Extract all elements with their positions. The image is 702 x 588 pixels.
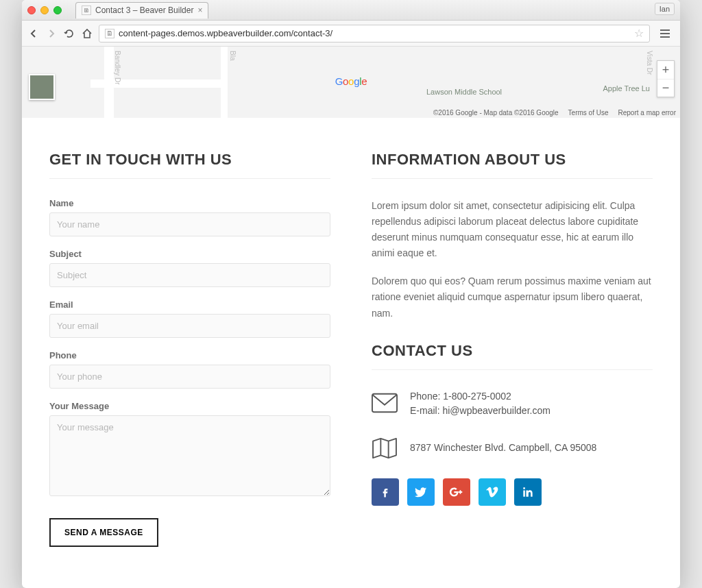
- about-paragraph: Dolorem quo qui eos? Quam rerum possimus…: [372, 273, 653, 321]
- road-label: Vista Dr: [646, 51, 653, 75]
- email-field: Email: [49, 299, 330, 338]
- streetview-thumbnail[interactable]: [29, 74, 55, 100]
- name-field: Name: [49, 198, 330, 236]
- browser-tab[interactable]: 🗎 Contact 3 – Beaver Builder ×: [75, 2, 208, 19]
- phone-input[interactable]: [49, 365, 330, 389]
- road-label: Bla: [229, 51, 237, 60]
- email-input[interactable]: [49, 314, 330, 338]
- google-logo: Google: [335, 75, 367, 87]
- phone-label: Phone: [49, 350, 330, 360]
- subject-field: Subject: [49, 249, 330, 287]
- contact-heading: CONTACT US: [372, 342, 653, 370]
- back-button[interactable]: [27, 27, 40, 40]
- email-label: Email: [49, 299, 330, 310]
- close-tab-icon[interactable]: ×: [197, 5, 202, 15]
- about-heading: INFORMATION ABOUT US: [372, 151, 653, 179]
- name-label: Name: [49, 198, 330, 208]
- map-widget[interactable]: Bandley Dr Bla Vista Dr Google Lawson Mi…: [22, 47, 680, 118]
- google-plus-link[interactable]: [443, 478, 470, 506]
- map-report-link[interactable]: Report a map error: [618, 109, 676, 117]
- map-copyright: ©2016 Google - Map data ©2016 Google: [433, 109, 559, 117]
- traffic-lights: [27, 6, 62, 14]
- page-content: GET IN TOUCH WITH US Name Subject Email …: [22, 118, 680, 588]
- address-bar[interactable]: 🗎 content-pages.demos.wpbeaverbuilder.co…: [99, 25, 650, 42]
- reload-button[interactable]: [63, 27, 75, 40]
- home-button[interactable]: [81, 27, 93, 40]
- road-label: Bandley Dr: [114, 51, 121, 84]
- hamburger-menu-button[interactable]: [655, 25, 675, 42]
- form-heading: GET IN TOUCH WITH US: [49, 151, 330, 179]
- contact-form-column: GET IN TOUCH WITH US Name Subject Email …: [49, 151, 330, 547]
- about-section: INFORMATION ABOUT US Lorem ipsum dolor s…: [372, 151, 653, 321]
- zoom-out-button[interactable]: −: [657, 79, 674, 97]
- name-input[interactable]: [49, 212, 330, 236]
- map-icon: [372, 437, 398, 459]
- facebook-link[interactable]: [372, 478, 399, 506]
- twitter-link[interactable]: [407, 478, 435, 506]
- subject-input[interactable]: [49, 263, 330, 287]
- map-poi-label: Lawson Middle School: [426, 88, 502, 96]
- contact-us-section: CONTACT US Phone: 1-800-275-0002 E-mail:…: [372, 342, 653, 506]
- social-links: [372, 478, 653, 506]
- zoom-in-button[interactable]: +: [657, 61, 674, 79]
- map-zoom-control: + −: [657, 60, 675, 97]
- maximize-window-button[interactable]: [53, 6, 62, 14]
- phone-field: Phone: [49, 350, 330, 389]
- message-label: Your Message: [49, 401, 330, 411]
- contact-email: E-mail: hi@wpbeaverbuilder.com: [410, 404, 550, 418]
- window-titlebar: 🗎 Contact 3 – Beaver Builder × Ian: [22, 0, 680, 21]
- contact-address: 8787 Winchester Blvd. Campbell, CA 95008: [410, 441, 596, 455]
- page-favicon: 🗎: [82, 5, 91, 15]
- message-textarea[interactable]: [49, 415, 330, 496]
- envelope-icon: [372, 393, 398, 415]
- contact-row-address: 8787 Winchester Blvd. Campbell, CA 95008: [372, 437, 653, 459]
- svg-rect-5: [90, 79, 228, 88]
- page-icon: 🗎: [105, 29, 114, 38]
- bookmark-star-icon[interactable]: ☆: [634, 27, 644, 40]
- contact-row-phone-email: Phone: 1-800-275-0002 E-mail: hi@wpbeave…: [372, 389, 653, 418]
- forward-button[interactable]: [45, 27, 58, 40]
- linkedin-link[interactable]: [514, 478, 542, 506]
- send-message-button[interactable]: SEND A MESSAGE: [49, 518, 158, 547]
- map-terms-link[interactable]: Terms of Use: [568, 109, 609, 117]
- tab-title: Contact 3 – Beaver Builder: [95, 5, 193, 15]
- browser-toolbar: 🗎 content-pages.demos.wpbeaverbuilder.co…: [22, 21, 680, 47]
- minimize-window-button[interactable]: [40, 6, 49, 14]
- contact-phone: Phone: 1-800-275-0002: [410, 389, 550, 404]
- url-text: content-pages.demos.wpbeaverbuilder.com/…: [119, 28, 630, 38]
- message-field: Your Message: [49, 401, 330, 499]
- close-window-button[interactable]: [27, 6, 36, 14]
- subject-label: Subject: [49, 249, 330, 259]
- map-attribution: ©2016 Google - Map data ©2016 Google Ter…: [433, 109, 676, 117]
- profile-button[interactable]: Ian: [655, 3, 675, 15]
- about-paragraph: Lorem ipsum dolor sit amet, consectetur …: [372, 198, 653, 261]
- info-column: INFORMATION ABOUT US Lorem ipsum dolor s…: [372, 151, 653, 547]
- map-poi-label: Apple Tree Lu: [603, 84, 651, 93]
- contact-text: Phone: 1-800-275-0002 E-mail: hi@wpbeave…: [410, 389, 550, 418]
- vimeo-link[interactable]: [479, 478, 506, 506]
- browser-window: 🗎 Contact 3 – Beaver Builder × Ian 🗎 con…: [22, 0, 680, 588]
- svg-rect-6: [372, 393, 397, 412]
